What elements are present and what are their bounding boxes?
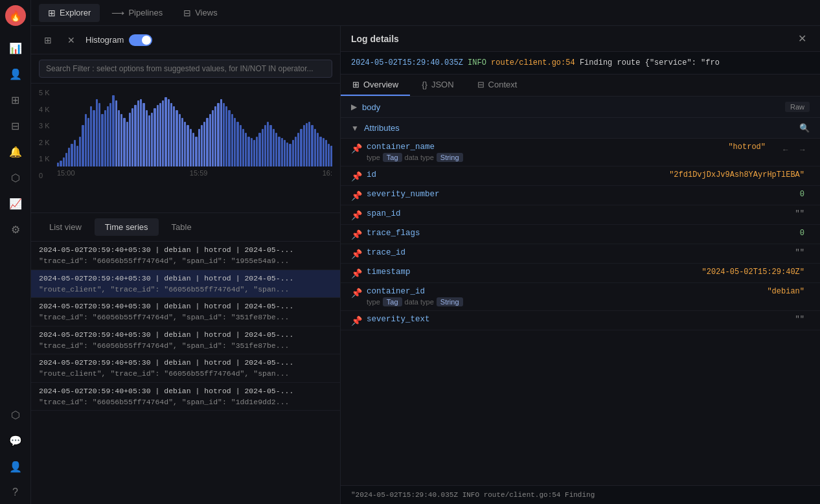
histogram-label: Histogram: [85, 35, 124, 45]
log-row-1[interactable]: 2024-05-02T20:59:40+05:30 | debian | hot…: [31, 270, 340, 299]
bar-77: [269, 125, 271, 166]
body-section-header[interactable]: ▶ body Raw: [341, 97, 820, 118]
bar-74: [262, 129, 264, 166]
attr-action-right-container_name[interactable]: →: [795, 143, 810, 157]
bar-25: [126, 122, 128, 166]
attr-pin-container_name[interactable]: 📌: [351, 143, 361, 154]
log-row-2[interactable]: 2024-05-02T20:59:40+05:30 | debian | hot…: [31, 298, 340, 326]
bar-9: [82, 125, 84, 166]
tab-explorer[interactable]: ⊞ Explorer: [39, 4, 100, 22]
bar-30: [140, 99, 142, 166]
histogram-toggle[interactable]: [129, 34, 152, 46]
bar-51: [198, 129, 200, 166]
bar-57: [214, 106, 216, 166]
bar-41: [170, 103, 172, 166]
attributes-search-icon[interactable]: 🔍: [799, 123, 810, 133]
log-line-1: 2024-05-02T20:59:40+05:30 | debian | hot…: [39, 357, 332, 368]
attr-action-left-container_name[interactable]: ←: [779, 143, 793, 157]
sidebar-icon-dashboard[interactable]: ⊟: [4, 114, 27, 137]
log-message: Finding route {"service": "fro: [580, 58, 720, 67]
attr-name-trace_id: trace_id: [367, 248, 790, 257]
bar-42: [173, 106, 175, 166]
raw-button[interactable]: Raw: [785, 102, 810, 112]
log-line-2: "trace_id": "66056b55ff74764d", "span_id…: [39, 396, 332, 407]
attr-value-trace_id: "": [795, 248, 810, 257]
bar-28: [134, 105, 136, 166]
attributes-label: Attributes: [364, 123, 794, 133]
log-line-1: 2024-05-02T20:59:40+05:30 | debian | hot…: [39, 273, 332, 284]
bar-1: [60, 161, 62, 166]
sidebar-icon-settings[interactable]: ⚙: [4, 218, 27, 241]
body-label: body: [362, 102, 785, 112]
context-icon: ⊟: [477, 80, 484, 89]
sidebar-icon-table[interactable]: ⊞: [4, 88, 27, 111]
bottom-log-preview: "2024-05-02T15:29:40.035Z INFO route/cli…: [341, 485, 820, 504]
tab-pipelines[interactable]: ⟶ Pipelines: [102, 4, 172, 22]
bar-52: [201, 125, 203, 166]
sidebar-icon-analytics[interactable]: 📈: [4, 192, 27, 215]
sidebar-icon-explore[interactable]: ⬡: [4, 166, 27, 189]
attr-row-timestamp: 📌 timestamp "2024-05-02T15:29:40Z": [341, 264, 820, 283]
sidebar-icon-chart[interactable]: 📊: [4, 36, 27, 60]
bar-0: [57, 163, 59, 166]
bar-61: [225, 106, 227, 166]
attr-row-container_name: 📌 container_name type Tag data type Stri…: [341, 139, 820, 166]
toolbar-btn-1[interactable]: ⊞: [39, 31, 57, 49]
bar-40: [168, 99, 170, 166]
attr-pin-timestamp[interactable]: 📌: [351, 268, 361, 279]
attr-name-severity_number: severity_number: [367, 190, 795, 199]
attr-pin-severity_number[interactable]: 📌: [351, 190, 361, 201]
tab-overview[interactable]: ⊞ Overview: [341, 74, 410, 96]
bar-8: [79, 137, 81, 166]
sidebar-icon-chat[interactable]: 💬: [4, 429, 27, 452]
bar-49: [192, 133, 194, 166]
attr-name-id: id: [367, 170, 664, 179]
attr-pin-span_id[interactable]: 📌: [351, 210, 361, 220]
attr-pin-id[interactable]: 📌: [351, 171, 361, 181]
log-row-5[interactable]: 2024-05-02T20:59:40+05:30 | debian | hot…: [31, 383, 340, 411]
main-area: ⊞ Explorer ⟶ Pipelines ⊟ Views ⊞ ✕ Histo…: [31, 0, 820, 504]
view-tabs: List view Time series Table: [31, 213, 340, 242]
body-chevron-icon: ▶: [351, 102, 357, 111]
attr-pin-severity_text[interactable]: 📌: [351, 315, 361, 326]
attr-value-container_id: "debian": [767, 287, 810, 296]
log-row-0[interactable]: 2024-05-02T20:59:40+05:30 | debian | hot…: [31, 242, 340, 270]
close-button[interactable]: ✕: [794, 31, 810, 47]
bar-88: [300, 129, 302, 166]
log-row-4[interactable]: 2024-05-02T20:59:40+05:30 | debian | hot…: [31, 354, 340, 383]
bar-4: [68, 148, 70, 166]
bar-78: [273, 129, 275, 166]
bar-87: [297, 133, 299, 166]
tab-views[interactable]: ⊟ Views: [174, 4, 226, 22]
bar-64: [234, 118, 236, 166]
search-input[interactable]: [39, 60, 332, 78]
sidebar-icon-profile[interactable]: 👤: [4, 455, 27, 478]
attr-pin-container_id[interactable]: 📌: [351, 288, 361, 298]
attr-content-id: id: [367, 170, 664, 179]
attr-content-trace_id: trace_id: [367, 248, 790, 257]
log-details-title: Log details: [351, 34, 399, 44]
tab-context[interactable]: ⊟ Context: [466, 74, 529, 96]
sidebar-icon-user[interactable]: 👤: [4, 62, 27, 86]
attr-pin-trace_flags[interactable]: 📌: [351, 229, 361, 240]
tab-table[interactable]: Table: [161, 218, 202, 236]
tab-time-series[interactable]: Time series: [95, 218, 159, 236]
attr-content-severity_text: severity_text: [367, 315, 790, 324]
log-row-3[interactable]: 2024-05-02T20:59:40+05:30 | debian | hot…: [31, 326, 340, 355]
app-logo[interactable]: 🔥: [5, 5, 26, 26]
attributes-section-header[interactable]: ▼ Attributes 🔍: [341, 118, 820, 139]
toolbar-btn-2[interactable]: ✕: [62, 31, 80, 49]
attr-pin-trace_id[interactable]: 📌: [351, 249, 361, 259]
bar-79: [275, 133, 277, 166]
tab-list-view[interactable]: List view: [39, 218, 92, 236]
attr-value-timestamp: "2024-05-02T15:29:40Z": [702, 268, 810, 277]
detail-tabs: ⊞ Overview {} JSON ⊟ Context: [341, 74, 820, 97]
attr-content-trace_flags: trace_flags: [367, 229, 795, 238]
sidebar-icon-bell[interactable]: 🔔: [4, 140, 27, 163]
bar-65: [236, 122, 238, 166]
sidebar-icon-explore2[interactable]: ⬡: [4, 403, 27, 426]
tab-json[interactable]: {} JSON: [410, 74, 465, 96]
attr-content-container_id: container_id type Tag data type String: [367, 287, 762, 306]
sidebar-icon-help[interactable]: ?: [4, 481, 27, 504]
chart-x-labels: 15:00 15:59 16:: [57, 169, 332, 177]
